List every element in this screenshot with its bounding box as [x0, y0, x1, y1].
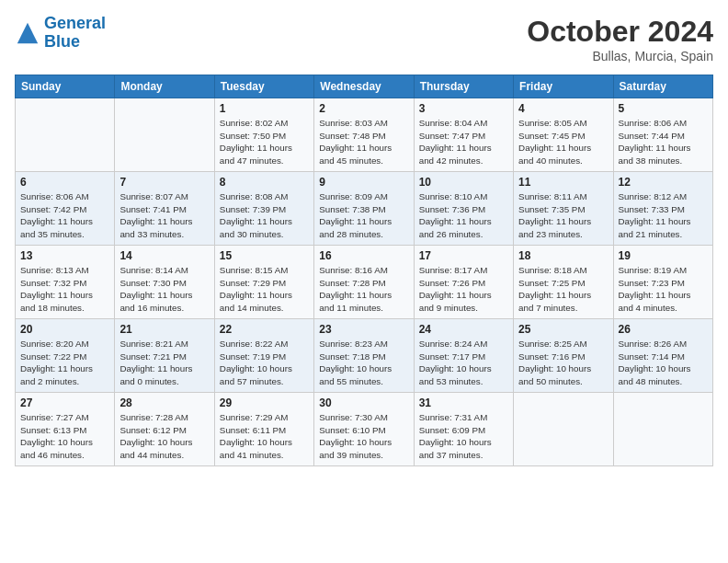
- day-info: Sunrise: 8:11 AM Sunset: 7:35 PM Dayligh…: [518, 190, 608, 241]
- column-header-friday: Friday: [514, 75, 613, 98]
- calendar-cell: 31Sunrise: 7:31 AM Sunset: 6:09 PM Dayli…: [414, 393, 513, 466]
- logo-text: GeneralBlue: [44, 15, 106, 52]
- calendar-cell: [514, 393, 613, 466]
- day-number: 20: [20, 323, 109, 336]
- calendar-cell: 14Sunrise: 8:14 AM Sunset: 7:30 PM Dayli…: [115, 246, 214, 319]
- day-info: Sunrise: 8:17 AM Sunset: 7:26 PM Dayligh…: [419, 264, 508, 315]
- title-block: October 2024 Bullas, Murcia, Spain: [527, 15, 713, 63]
- calendar-cell: 25Sunrise: 8:25 AM Sunset: 7:16 PM Dayli…: [514, 319, 613, 393]
- day-info: Sunrise: 8:02 AM Sunset: 7:50 PM Dayligh…: [220, 117, 309, 167]
- column-header-tuesday: Tuesday: [214, 75, 313, 98]
- day-info: Sunrise: 8:05 AM Sunset: 7:45 PM Dayligh…: [518, 117, 608, 167]
- calendar-cell: 12Sunrise: 8:12 AM Sunset: 7:33 PM Dayli…: [613, 172, 712, 246]
- day-info: Sunrise: 8:16 AM Sunset: 7:28 PM Dayligh…: [319, 264, 408, 315]
- column-header-monday: Monday: [115, 75, 214, 98]
- calendar-cell: 27Sunrise: 7:27 AM Sunset: 6:13 PM Dayli…: [16, 393, 115, 466]
- calendar-cell: 22Sunrise: 8:22 AM Sunset: 7:19 PM Dayli…: [214, 319, 313, 393]
- calendar-cell: 1Sunrise: 8:02 AM Sunset: 7:50 PM Daylig…: [214, 98, 313, 172]
- calendar-cell: 26Sunrise: 8:26 AM Sunset: 7:14 PM Dayli…: [613, 319, 712, 393]
- location: Bullas, Murcia, Spain: [527, 49, 713, 63]
- day-number: 31: [419, 396, 508, 409]
- day-info: Sunrise: 8:06 AM Sunset: 7:44 PM Dayligh…: [619, 117, 708, 167]
- day-number: 29: [220, 396, 309, 409]
- day-info: Sunrise: 8:18 AM Sunset: 7:25 PM Dayligh…: [518, 264, 608, 315]
- day-number: 22: [220, 323, 309, 336]
- calendar-cell: [16, 98, 115, 172]
- day-info: Sunrise: 7:31 AM Sunset: 6:09 PM Dayligh…: [419, 411, 508, 462]
- calendar-cell: 4Sunrise: 8:05 AM Sunset: 7:45 PM Daylig…: [514, 98, 613, 172]
- day-number: 23: [319, 323, 408, 336]
- calendar-cell: 15Sunrise: 8:15 AM Sunset: 7:29 PM Dayli…: [214, 246, 313, 319]
- calendar-cell: 24Sunrise: 8:24 AM Sunset: 7:17 PM Dayli…: [414, 319, 513, 393]
- svg-marker-0: [17, 23, 38, 43]
- day-info: Sunrise: 7:28 AM Sunset: 6:12 PM Dayligh…: [119, 411, 209, 462]
- day-number: 13: [20, 249, 109, 262]
- calendar-cell: 30Sunrise: 7:30 AM Sunset: 6:10 PM Dayli…: [314, 393, 414, 466]
- calendar-cell: 7Sunrise: 8:07 AM Sunset: 7:41 PM Daylig…: [115, 172, 214, 246]
- day-number: 19: [619, 249, 708, 262]
- day-number: 4: [518, 102, 608, 115]
- day-info: Sunrise: 8:08 AM Sunset: 7:39 PM Dayligh…: [220, 190, 309, 241]
- day-info: Sunrise: 8:21 AM Sunset: 7:21 PM Dayligh…: [119, 338, 209, 388]
- calendar-cell: 13Sunrise: 8:13 AM Sunset: 7:32 PM Dayli…: [16, 246, 115, 319]
- calendar-week-row: 6Sunrise: 8:06 AM Sunset: 7:42 PM Daylig…: [16, 172, 713, 246]
- calendar-cell: 20Sunrise: 8:20 AM Sunset: 7:22 PM Dayli…: [16, 319, 115, 393]
- logo-icon: [15, 20, 40, 46]
- calendar-cell: 28Sunrise: 7:28 AM Sunset: 6:12 PM Dayli…: [115, 393, 214, 466]
- day-info: Sunrise: 7:27 AM Sunset: 6:13 PM Dayligh…: [20, 411, 109, 462]
- calendar-week-row: 27Sunrise: 7:27 AM Sunset: 6:13 PM Dayli…: [16, 393, 713, 466]
- column-header-sunday: Sunday: [16, 75, 115, 98]
- day-info: Sunrise: 8:06 AM Sunset: 7:42 PM Dayligh…: [20, 190, 109, 241]
- calendar-cell: [613, 393, 712, 466]
- calendar-cell: 6Sunrise: 8:06 AM Sunset: 7:42 PM Daylig…: [16, 172, 115, 246]
- calendar-cell: 29Sunrise: 7:29 AM Sunset: 6:11 PM Dayli…: [214, 393, 313, 466]
- day-number: 11: [518, 176, 608, 189]
- day-number: 12: [619, 176, 708, 189]
- day-number: 5: [619, 102, 708, 115]
- day-info: Sunrise: 8:24 AM Sunset: 7:17 PM Dayligh…: [419, 338, 508, 388]
- day-info: Sunrise: 8:03 AM Sunset: 7:48 PM Dayligh…: [319, 117, 408, 167]
- calendar-cell: 17Sunrise: 8:17 AM Sunset: 7:26 PM Dayli…: [414, 246, 513, 319]
- calendar-week-row: 13Sunrise: 8:13 AM Sunset: 7:32 PM Dayli…: [16, 246, 713, 319]
- calendar-cell: 8Sunrise: 8:08 AM Sunset: 7:39 PM Daylig…: [214, 172, 313, 246]
- calendar-cell: 19Sunrise: 8:19 AM Sunset: 7:23 PM Dayli…: [613, 246, 712, 319]
- calendar-cell: 2Sunrise: 8:03 AM Sunset: 7:48 PM Daylig…: [314, 98, 414, 172]
- calendar-cell: 21Sunrise: 8:21 AM Sunset: 7:21 PM Dayli…: [115, 319, 214, 393]
- month-title: October 2024: [527, 15, 713, 49]
- calendar-table: SundayMondayTuesdayWednesdayThursdayFrid…: [15, 75, 713, 466]
- day-info: Sunrise: 8:09 AM Sunset: 7:38 PM Dayligh…: [319, 190, 408, 241]
- day-number: 8: [220, 176, 309, 189]
- calendar-cell: 11Sunrise: 8:11 AM Sunset: 7:35 PM Dayli…: [514, 172, 613, 246]
- day-info: Sunrise: 8:12 AM Sunset: 7:33 PM Dayligh…: [619, 190, 708, 241]
- day-info: Sunrise: 8:19 AM Sunset: 7:23 PM Dayligh…: [619, 264, 708, 315]
- day-number: 24: [419, 323, 508, 336]
- day-info: Sunrise: 8:23 AM Sunset: 7:18 PM Dayligh…: [319, 338, 408, 388]
- day-number: 14: [119, 249, 209, 262]
- day-info: Sunrise: 8:04 AM Sunset: 7:47 PM Dayligh…: [419, 117, 508, 167]
- day-number: 25: [518, 323, 608, 336]
- day-info: Sunrise: 8:14 AM Sunset: 7:30 PM Dayligh…: [119, 264, 209, 315]
- column-header-thursday: Thursday: [414, 75, 513, 98]
- day-number: 2: [319, 102, 408, 115]
- calendar-cell: 3Sunrise: 8:04 AM Sunset: 7:47 PM Daylig…: [414, 98, 513, 172]
- day-number: 10: [419, 176, 508, 189]
- page-header: GeneralBlue October 2024 Bullas, Murcia,…: [15, 15, 713, 63]
- day-number: 21: [119, 323, 209, 336]
- day-number: 15: [220, 249, 309, 262]
- day-info: Sunrise: 8:25 AM Sunset: 7:16 PM Dayligh…: [518, 338, 608, 388]
- day-info: Sunrise: 7:30 AM Sunset: 6:10 PM Dayligh…: [319, 411, 408, 462]
- day-number: 7: [119, 176, 209, 189]
- day-info: Sunrise: 8:13 AM Sunset: 7:32 PM Dayligh…: [20, 264, 109, 315]
- calendar-cell: [115, 98, 214, 172]
- calendar-week-row: 1Sunrise: 8:02 AM Sunset: 7:50 PM Daylig…: [16, 98, 713, 172]
- day-info: Sunrise: 8:10 AM Sunset: 7:36 PM Dayligh…: [419, 190, 508, 241]
- day-number: 30: [319, 396, 408, 409]
- day-number: 17: [419, 249, 508, 262]
- day-info: Sunrise: 7:29 AM Sunset: 6:11 PM Dayligh…: [220, 411, 309, 462]
- calendar-week-row: 20Sunrise: 8:20 AM Sunset: 7:22 PM Dayli…: [16, 319, 713, 393]
- day-number: 9: [319, 176, 408, 189]
- day-number: 18: [518, 249, 608, 262]
- day-number: 27: [20, 396, 109, 409]
- day-number: 6: [20, 176, 109, 189]
- day-info: Sunrise: 8:22 AM Sunset: 7:19 PM Dayligh…: [220, 338, 309, 388]
